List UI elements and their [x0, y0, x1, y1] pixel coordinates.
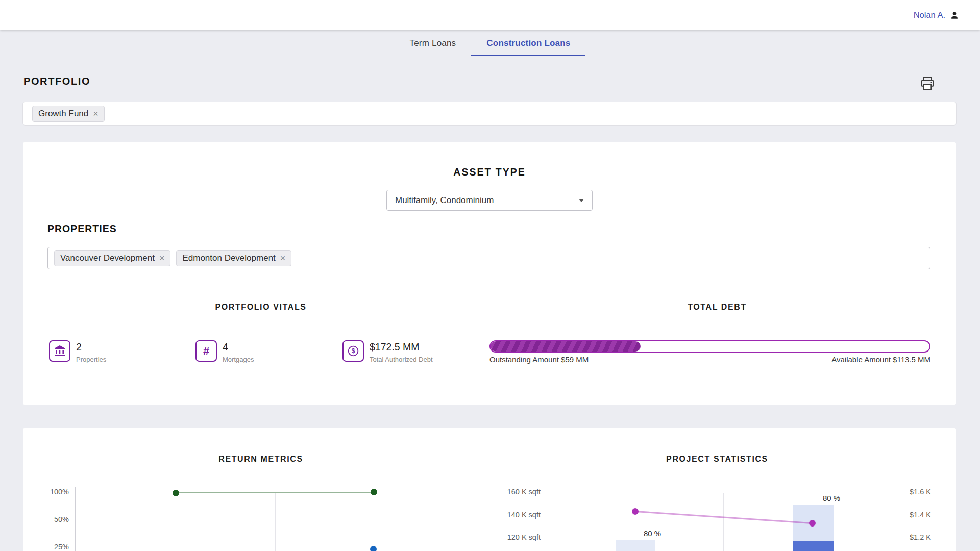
project-bar-2-filled[interactable] — [793, 541, 834, 551]
person-icon — [949, 10, 960, 20]
print-button[interactable] — [918, 74, 937, 94]
asset-type-value: Multifamily, Condominium — [395, 195, 494, 206]
return-metrics-series-line — [176, 492, 374, 493]
chevron-down-icon — [579, 199, 584, 202]
vital-label: Total Authorized Debt — [370, 356, 433, 363]
vital-total-authorized-debt: $ $172.5 MM Total Authorized Debt — [342, 340, 433, 363]
chip-label: Edmonton Development — [182, 253, 275, 263]
project-point-purple-1[interactable] — [632, 508, 639, 515]
vital-value: 2 — [76, 341, 106, 353]
bar-label-1: 80 % — [637, 529, 668, 538]
tab-bar: Term Loans Construction Loans — [0, 30, 980, 56]
project-statistics-series-line — [635, 511, 813, 524]
chip-label: Vancouver Development — [60, 253, 155, 263]
vital-label: Mortgages — [223, 356, 254, 363]
dollar-circle-icon: $ — [342, 340, 364, 362]
total-debt-progress-bar — [489, 340, 930, 353]
debt-progress-fill — [491, 341, 641, 352]
asset-type-select[interactable]: Multifamily, Condominium — [386, 190, 593, 211]
page-title: PORTFOLIO — [23, 76, 90, 87]
return-metrics-y-axis — [75, 487, 76, 551]
vital-properties: 2 Properties — [49, 340, 106, 363]
chip-edmonton-development: Edmonton Development × — [176, 250, 291, 266]
bar-label-2: 80 % — [816, 494, 847, 503]
tab-term-loans[interactable]: Term Loans — [395, 30, 472, 56]
y-tick-25: 25% — [28, 542, 69, 551]
chip-label: Growth Fund — [38, 109, 88, 119]
dollar-tick-14: $1.4 K — [910, 510, 931, 519]
dollar-tick-16: $1.6 K — [910, 487, 931, 496]
return-metrics-point-blue-1[interactable] — [370, 546, 377, 551]
portfolio-vitals-title: PORTFOLIO VITALS — [46, 303, 475, 312]
project-statistics-title: PROJECT STATISTICS — [503, 455, 932, 464]
return-metrics-point-green-2[interactable] — [371, 489, 377, 495]
chip-vancouver-development: Vancouver Development × — [54, 250, 170, 266]
project-statistics-gridline — [723, 493, 724, 551]
project-statistics-y-axis — [547, 487, 547, 551]
outstanding-amount-label: Outstanding Amount $59 MM — [489, 355, 589, 364]
properties-input[interactable]: Vancouver Development × Edmonton Develop… — [47, 247, 930, 269]
available-amount-label: Available Amount $113.5 MM — [831, 355, 930, 364]
chip-growth-fund: Growth Fund × — [32, 106, 105, 122]
project-point-purple-2[interactable] — [809, 520, 816, 527]
hash-glyph: # — [203, 344, 209, 358]
return-metrics-gridline — [275, 493, 276, 551]
sqft-tick-140: 140 K sqft — [495, 510, 541, 519]
project-bar-1[interactable] — [616, 540, 655, 551]
vital-label: Properties — [76, 356, 106, 363]
properties-title: PROPERTIES — [47, 223, 117, 235]
dollar-glyph: $ — [352, 347, 355, 355]
dollar-tick-12: $1.2 K — [910, 533, 931, 542]
summary-card: ASSET TYPE Multifamily, Condominium PROP… — [23, 142, 956, 405]
total-debt-title: TOTAL DEBT — [503, 303, 932, 312]
y-tick-50: 50% — [28, 515, 69, 524]
user-menu[interactable]: Nolan A. — [914, 0, 960, 30]
vital-mortgages: # 4 Mortgages — [195, 340, 254, 363]
y-tick-100: 100% — [28, 487, 69, 496]
chip-remove-icon[interactable]: × — [93, 109, 99, 118]
portfolio-filter-input[interactable]: Growth Fund × — [23, 102, 956, 125]
charts-card: RETURN METRICS PROJECT STATISTICS 100% 5… — [23, 428, 956, 551]
chip-remove-icon[interactable]: × — [280, 254, 286, 263]
return-metrics-point-green-1[interactable] — [173, 490, 179, 496]
asset-type-title: ASSET TYPE — [23, 166, 956, 178]
return-metrics-title: RETURN METRICS — [46, 455, 475, 464]
sqft-tick-120: 120 K sqft — [495, 533, 541, 542]
chip-remove-icon[interactable]: × — [159, 254, 165, 263]
vital-value: 4 — [223, 341, 254, 353]
bank-icon — [49, 340, 70, 362]
hash-icon: # — [195, 340, 217, 362]
sqft-tick-160: 160 K sqft — [495, 487, 541, 496]
printer-icon — [919, 76, 936, 92]
top-bar: Nolan A. — [0, 0, 980, 30]
vital-value: $172.5 MM — [370, 341, 433, 353]
user-name: Nolan A. — [914, 10, 945, 20]
tab-construction-loans[interactable]: Construction Loans — [471, 30, 585, 56]
